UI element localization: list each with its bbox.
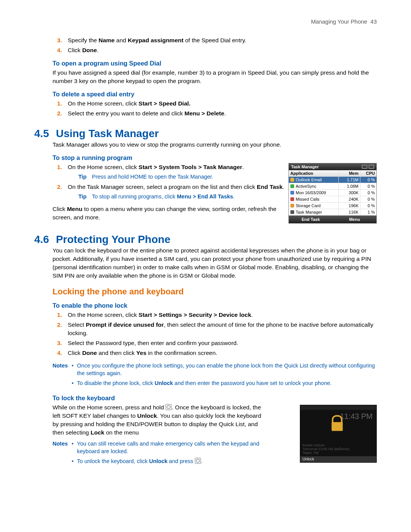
text: On the Home screen, click <box>68 164 139 170</box>
text: Lock <box>91 429 104 436</box>
text: Select the Password type, then enter and… <box>68 340 238 346</box>
text: Unlock <box>149 458 167 464</box>
enable-lock-steps: 1. On the Home screen, click Start > Set… <box>34 311 377 357</box>
cpu-value: 1 % <box>360 209 376 215</box>
text: End Task <box>257 184 283 190</box>
text: Select <box>68 321 86 328</box>
step-2: 2. On the Task Manager screen, select a … <box>57 183 377 200</box>
task-row[interactable]: Task Manager 116K 1 % <box>289 209 376 216</box>
mem-value: 116K <box>338 209 360 215</box>
text: Name <box>99 37 115 43</box>
text: Karate Lesson Tomorrow 12:00 AM (Bellevu… <box>303 443 374 451</box>
softkey-menu[interactable]: Menu <box>333 216 376 223</box>
step-2: 2. Select Prompt if device unused for, t… <box>57 321 377 337</box>
heading-lock-keyboard: To lock the keyboard <box>53 395 377 402</box>
app-name: Storage Card <box>296 203 320 208</box>
step-3: 3. Select the Password type, then enter … <box>57 339 377 347</box>
cpu-value: 0 % <box>360 203 376 209</box>
text: Prompt if device unused for <box>86 321 164 328</box>
notes-enable-lock: Notes Once you configure the phone lock … <box>53 362 377 389</box>
step-4: 4. Click Done and then click Yes in the … <box>57 349 377 357</box>
tip-text: To stop all running programs, click Menu… <box>92 193 234 200</box>
section-number: 4.6 <box>34 233 49 246</box>
text: Unlock <box>137 412 157 419</box>
text: of the Speed Dial entry. <box>183 37 246 43</box>
note-item: To disable the phone lock, click Unlock … <box>72 379 377 387</box>
text: . <box>224 110 226 117</box>
text: On the Home screen, click <box>68 100 139 107</box>
lock-screen: 11:43 PM Karate Lesson Tomorrow 12:00 AM… <box>300 405 377 463</box>
text: Once you configure the phone lock settin… <box>77 363 375 376</box>
heading-enable-phone-lock: To enable the phone lock <box>53 302 377 309</box>
heading-open-speed-dial: To open a program using Speed Dial <box>53 60 377 67</box>
status-bar <box>300 405 376 410</box>
text: Menu > End All Tasks <box>177 193 233 200</box>
text: Click <box>68 47 82 53</box>
heading-stop-program: To stop a running program <box>53 154 377 161</box>
text: Keypad assignment <box>128 37 183 43</box>
running-header: Managing Your Phone 43 <box>34 18 377 25</box>
heading-delete-speed-dial: To delete a speed dial entry <box>53 91 377 98</box>
text: You can still receive calls and make eme… <box>77 441 259 454</box>
text: Specify the <box>68 37 99 43</box>
text: Start > Settings > Security > Device loc… <box>139 312 251 318</box>
text: Start > Speed Dial. <box>139 100 191 107</box>
text: To unlock the keyboard, click <box>77 458 149 464</box>
text: and then click <box>97 350 136 356</box>
text: and press <box>167 458 195 464</box>
task-row[interactable]: Storage Card 196K 0 % <box>289 203 376 209</box>
tip-label: Tip <box>78 193 86 200</box>
text: . <box>283 184 284 190</box>
text: and <box>115 37 127 43</box>
text: On the Home screen, click <box>68 312 139 318</box>
section-4-6: 4.6 Protecting Your Phone <box>34 233 377 246</box>
text: On the Task Manager screen, select a pro… <box>68 184 257 190</box>
tip-label: Tip <box>78 173 86 181</box>
softkey-end-task[interactable]: End Task <box>289 216 333 223</box>
step-2: 2. Select the entry you want to delete a… <box>57 109 377 118</box>
text: Done <box>82 350 97 356</box>
notes-label: Notes <box>53 440 68 467</box>
text: To stop all running programs, click <box>92 193 177 200</box>
section-4-5: 4.5 Using Task Manager <box>34 128 377 140</box>
note-item: To unlock the keyboard, click Unlock and… <box>72 457 266 465</box>
text: to open a menu where you can change the … <box>53 206 276 220</box>
text: While on the Home screen, press and hold <box>53 404 166 411</box>
text: Menu <box>67 206 82 212</box>
lock-keyboard-block: 11:43 PM Karate Lesson Tomorrow 12:00 AM… <box>53 403 377 467</box>
section-number: 4.5 <box>34 128 49 140</box>
app-name: Task Manager <box>296 210 322 214</box>
subsection-locking: Locking the phone and keyboard <box>53 287 377 297</box>
step-1: 1. On the Home screen, click Start > Set… <box>57 311 377 319</box>
step-1: 1. On the Home screen, click Start > Spe… <box>57 99 377 108</box>
note-item: You can still receive calls and make eme… <box>72 440 266 455</box>
end-key-icon <box>195 458 201 464</box>
text: . <box>201 458 202 464</box>
text: Start > System Tools > Task Manager <box>139 164 242 170</box>
tip: Tip To stop all running programs, click … <box>78 193 285 200</box>
step-4: 4. Click Done. <box>57 46 377 54</box>
lock-icon <box>331 422 343 431</box>
running-title: Managing Your Phone <box>311 18 367 25</box>
lock-screen-screenshot: 11:43 PM Karate Lesson Tomorrow 12:00 AM… <box>300 405 377 463</box>
paragraph: If you have assigned a speed dial (for e… <box>53 69 377 85</box>
text: Menu > Delete <box>185 110 225 117</box>
page-number: 43 <box>370 18 377 25</box>
text: Click <box>68 350 82 356</box>
softkey-unlock[interactable]: Unlock <box>300 456 376 462</box>
paragraph: Task Manager allows you to view or stop … <box>53 141 377 149</box>
text: Click <box>53 206 67 212</box>
text: . <box>242 164 244 170</box>
tip: Tip Press and hold HOME to open the Task… <box>78 173 285 181</box>
app-icon <box>290 210 294 214</box>
delete-sd-steps: 1. On the Home screen, click Start > Spe… <box>34 99 377 118</box>
text: on the menu <box>104 429 139 436</box>
stop-program-block: Task Manager Application Mem CPU Outlook… <box>53 163 377 224</box>
task-manager-softkeys: End Task Menu <box>289 216 376 223</box>
text: Yes <box>136 350 147 356</box>
notes-label: Notes <box>53 362 68 389</box>
end-key-icon <box>166 404 172 410</box>
text: . <box>233 193 235 200</box>
step-3: 3. Specify the Name and Keypad assignmen… <box>57 36 377 45</box>
text: Taipei, TW <box>303 451 374 455</box>
